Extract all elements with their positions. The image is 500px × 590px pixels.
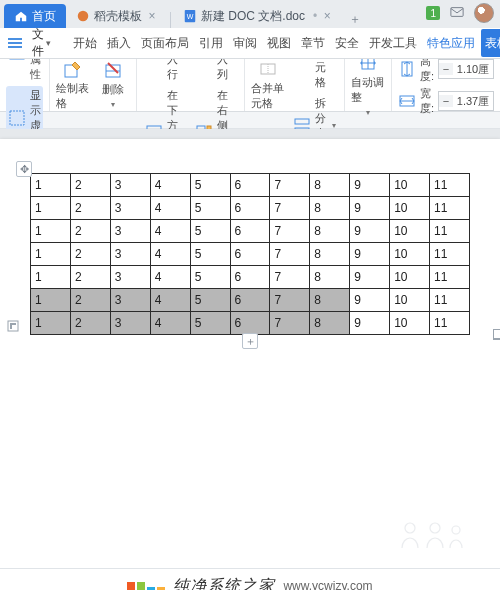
tab-template[interactable]: 稻壳模板 × bbox=[66, 4, 168, 28]
width-stepper[interactable]: −1.37厘 bbox=[438, 91, 494, 111]
table-cell[interactable]: 1 bbox=[31, 220, 71, 243]
table-cell[interactable]: 11 bbox=[430, 289, 470, 312]
table-cell[interactable]: 6 bbox=[230, 266, 270, 289]
table-cell[interactable]: 9 bbox=[350, 220, 390, 243]
table-cell[interactable]: 8 bbox=[310, 197, 350, 220]
table-row[interactable]: 1234567891011 bbox=[31, 312, 470, 335]
file-menu[interactable]: 文件▾ bbox=[26, 26, 57, 60]
table-cell[interactable]: 8 bbox=[310, 312, 350, 335]
tab-home[interactable]: 首页 bbox=[4, 4, 66, 28]
table-cell[interactable]: 2 bbox=[70, 243, 110, 266]
table-cell[interactable]: 8 bbox=[310, 174, 350, 197]
notification-badge[interactable]: 1 bbox=[426, 6, 440, 20]
table-cell[interactable]: 1 bbox=[31, 289, 71, 312]
close-icon[interactable]: × bbox=[321, 10, 333, 22]
table-cell[interactable]: 3 bbox=[110, 312, 150, 335]
table-cell[interactable]: 11 bbox=[430, 266, 470, 289]
table-cell[interactable]: 9 bbox=[350, 197, 390, 220]
table-cell[interactable]: 5 bbox=[190, 243, 230, 266]
menu-chapter[interactable]: 章节 bbox=[297, 29, 329, 57]
table-cell[interactable]: 10 bbox=[390, 312, 430, 335]
table-cell[interactable]: 10 bbox=[390, 289, 430, 312]
table-cell[interactable]: 2 bbox=[70, 197, 110, 220]
table-cell[interactable]: 4 bbox=[150, 243, 190, 266]
table-cell[interactable]: 6 bbox=[230, 220, 270, 243]
table-cell[interactable]: 5 bbox=[190, 289, 230, 312]
table-cell[interactable]: 6 bbox=[230, 174, 270, 197]
table-cell[interactable]: 6 bbox=[230, 312, 270, 335]
close-icon[interactable]: × bbox=[146, 10, 158, 22]
menu-insert[interactable]: 插入 bbox=[103, 29, 135, 57]
table-cell[interactable]: 9 bbox=[350, 174, 390, 197]
table-cell[interactable]: 3 bbox=[110, 197, 150, 220]
table-cell[interactable]: 11 bbox=[430, 220, 470, 243]
table-cell[interactable]: 11 bbox=[430, 197, 470, 220]
table-cell[interactable]: 5 bbox=[190, 174, 230, 197]
avatar[interactable] bbox=[474, 3, 494, 23]
table-cell[interactable]: 4 bbox=[150, 197, 190, 220]
table-cell[interactable]: 1 bbox=[31, 243, 71, 266]
minus-icon[interactable]: − bbox=[439, 63, 453, 75]
table-cell[interactable]: 3 bbox=[110, 220, 150, 243]
table-cell[interactable]: 3 bbox=[110, 174, 150, 197]
table-cell[interactable]: 7 bbox=[270, 289, 310, 312]
document-table[interactable]: 1234567891011123456789101112345678910111… bbox=[30, 173, 470, 335]
table-cell[interactable]: 1 bbox=[31, 312, 71, 335]
table-cell[interactable]: 7 bbox=[270, 197, 310, 220]
autofit-button[interactable]: 自动调整 ▾ bbox=[351, 54, 385, 117]
table-cell[interactable]: 8 bbox=[310, 289, 350, 312]
menu-start[interactable]: 开始 bbox=[69, 29, 101, 57]
table-cell[interactable]: 4 bbox=[150, 312, 190, 335]
table-cell[interactable]: 6 bbox=[230, 289, 270, 312]
table-cell[interactable]: 10 bbox=[390, 174, 430, 197]
merge-cells-button[interactable]: 合并单元格 bbox=[251, 60, 285, 111]
table-cell[interactable]: 10 bbox=[390, 266, 430, 289]
menu-review[interactable]: 审阅 bbox=[229, 29, 261, 57]
table-row[interactable]: 1234567891011 bbox=[31, 197, 470, 220]
table-cell[interactable]: 2 bbox=[70, 266, 110, 289]
menu-security[interactable]: 安全 bbox=[331, 29, 363, 57]
add-row-below-button[interactable]: ＋ bbox=[242, 333, 258, 349]
table-cell[interactable]: 2 bbox=[70, 174, 110, 197]
table-cell[interactable]: 6 bbox=[230, 197, 270, 220]
table-cell[interactable]: 9 bbox=[350, 243, 390, 266]
table-cell[interactable]: 2 bbox=[70, 289, 110, 312]
table-cell[interactable]: 4 bbox=[150, 220, 190, 243]
table-cell[interactable]: 4 bbox=[150, 174, 190, 197]
table-cell[interactable]: 1 bbox=[31, 266, 71, 289]
table-cell[interactable]: 5 bbox=[190, 266, 230, 289]
menu-reference[interactable]: 引用 bbox=[195, 29, 227, 57]
table-resize-handle[interactable] bbox=[493, 329, 500, 340]
table-row[interactable]: 1234567891011 bbox=[31, 289, 470, 312]
table-cell[interactable]: 5 bbox=[190, 197, 230, 220]
table-cell[interactable]: 7 bbox=[270, 243, 310, 266]
table-row[interactable]: 1234567891011 bbox=[31, 243, 470, 266]
minus-icon[interactable]: − bbox=[439, 95, 453, 107]
table-cell[interactable]: 7 bbox=[270, 220, 310, 243]
menu-pagelayout[interactable]: 页面布局 bbox=[137, 29, 193, 57]
table-cell[interactable]: 8 bbox=[310, 220, 350, 243]
table-cell[interactable]: 11 bbox=[430, 174, 470, 197]
table-cell[interactable]: 1 bbox=[31, 174, 71, 197]
message-icon[interactable] bbox=[450, 5, 464, 22]
table-cell[interactable]: 3 bbox=[110, 289, 150, 312]
table-cell[interactable]: 6 bbox=[230, 243, 270, 266]
table-cell[interactable]: 9 bbox=[350, 289, 390, 312]
table-cell[interactable]: 3 bbox=[110, 243, 150, 266]
table-cell[interactable]: 8 bbox=[310, 266, 350, 289]
table-cell[interactable]: 3 bbox=[110, 266, 150, 289]
table-cell[interactable]: 4 bbox=[150, 266, 190, 289]
table-cell[interactable]: 1 bbox=[31, 197, 71, 220]
menu-view[interactable]: 视图 bbox=[263, 29, 295, 57]
table-cell[interactable]: 11 bbox=[430, 312, 470, 335]
menu-developer[interactable]: 开发工具 bbox=[365, 29, 421, 57]
table-cell[interactable]: 7 bbox=[270, 266, 310, 289]
menu-special[interactable]: 特色应用 bbox=[423, 29, 479, 57]
table-cell[interactable]: 7 bbox=[270, 312, 310, 335]
delete-button[interactable]: 删除 ▾ bbox=[96, 61, 130, 109]
table-cell[interactable]: 10 bbox=[390, 220, 430, 243]
table-row[interactable]: 1234567891011 bbox=[31, 220, 470, 243]
table-cell[interactable]: 2 bbox=[70, 312, 110, 335]
table-cell[interactable]: 5 bbox=[190, 312, 230, 335]
tab-document[interactable]: W 新建 DOC 文档.doc • × bbox=[173, 4, 343, 28]
